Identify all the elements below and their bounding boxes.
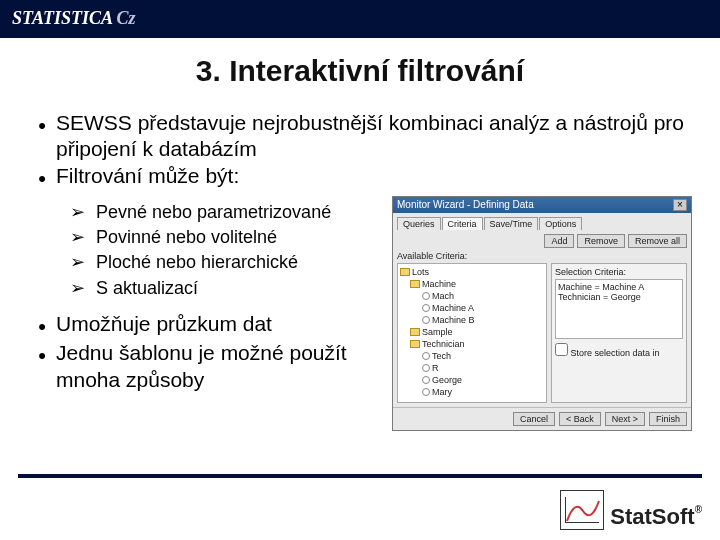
store-checkbox[interactable]: Store selection data in xyxy=(555,348,660,358)
bullet-4-text: Jednu šablonu je možné použít mnoha způs… xyxy=(56,340,388,393)
logo-reg: ® xyxy=(695,504,702,515)
logo-mark xyxy=(560,490,604,530)
sub-2: ➢Povinné nebo volitelné xyxy=(70,225,388,250)
leaf-icon xyxy=(422,388,430,396)
tree-leaf[interactable]: R xyxy=(432,362,439,374)
removeall-button[interactable]: Remove all xyxy=(628,234,687,248)
slide-body: 3. Interaktivní filtrování • SEWSS předs… xyxy=(0,54,720,431)
tab-options[interactable]: Options xyxy=(539,217,582,230)
tree-leaf[interactable]: Mach xyxy=(432,290,454,302)
tree-node[interactable]: Machine xyxy=(422,278,456,290)
selection-panel: Selection Criteria: Machine = Machine A … xyxy=(551,263,687,403)
leaf-icon xyxy=(422,292,430,300)
dialog-titlebar: Monitor Wizard - Defining Data × xyxy=(393,197,691,213)
bullet-1-text: SEWSS představuje nejrobustnější kombina… xyxy=(56,110,692,163)
available-label: Available Criteria: xyxy=(397,251,687,261)
tree-root[interactable]: Lots xyxy=(412,266,429,278)
statsoft-logo: StatSoft® xyxy=(560,490,702,530)
next-button[interactable]: Next > xyxy=(605,412,645,426)
footer-bar: StatSoft® xyxy=(18,474,702,530)
tree-leaf[interactable]: George xyxy=(432,374,462,386)
sub-2-text: Povinné nebo volitelné xyxy=(96,225,277,250)
store-checkbox-label: Store selection data in xyxy=(571,348,660,358)
remove-button[interactable]: Remove xyxy=(577,234,625,248)
criteria-item[interactable]: Machine = Machine A xyxy=(558,282,680,292)
back-button[interactable]: < Back xyxy=(559,412,601,426)
tab-savetime[interactable]: Save/Time xyxy=(484,217,539,230)
arrow-icon: ➢ xyxy=(70,276,96,301)
wizard-dialog: Monitor Wizard - Defining Data × Queries… xyxy=(392,196,692,431)
selection-label: Selection Criteria: xyxy=(555,267,683,277)
tab-queries[interactable]: Queries xyxy=(397,217,441,230)
tree-node[interactable]: Technician xyxy=(422,338,465,350)
leaf-icon xyxy=(422,316,430,324)
bullet-marker: • xyxy=(28,110,56,163)
criteria-item[interactable]: Technician = George xyxy=(558,292,680,302)
brand-suffix: Cz xyxy=(117,8,136,28)
bullet-marker: • xyxy=(28,311,56,341)
folder-icon xyxy=(410,340,420,348)
bullet-1: • SEWSS představuje nejrobustnější kombi… xyxy=(28,110,692,163)
slide-title: 3. Interaktivní filtrování xyxy=(28,54,692,88)
close-icon[interactable]: × xyxy=(673,199,687,211)
tree-leaf[interactable]: Machine B xyxy=(432,314,475,326)
tree-leaf[interactable]: Machine A xyxy=(432,302,474,314)
sub-4: ➢S aktualizací xyxy=(70,276,388,301)
bullet-3-text: Umožňuje průzkum dat xyxy=(56,311,388,341)
leaf-icon xyxy=(422,376,430,384)
sub-1-text: Pevné nebo parametrizované xyxy=(96,200,331,225)
arrow-icon: ➢ xyxy=(70,200,96,225)
tree-leaf[interactable]: Tech xyxy=(432,350,451,362)
left-column: ➢Pevné nebo parametrizované ➢Povinné neb… xyxy=(28,192,388,393)
tree-panel[interactable]: Lots Machine Mach Machine A Machine B Sa… xyxy=(397,263,547,403)
add-button[interactable]: Add xyxy=(544,234,574,248)
bullet-marker: • xyxy=(28,163,56,193)
logo-text: StatSoft® xyxy=(610,504,702,530)
sub-4-text: S aktualizací xyxy=(96,276,198,301)
dialog-title: Monitor Wizard - Defining Data xyxy=(397,199,534,211)
brand-bar: STATISTICA Cz xyxy=(0,0,720,38)
bullet-marker: • xyxy=(28,340,56,393)
leaf-icon xyxy=(422,352,430,360)
bullet-3: • Umožňuje průzkum dat xyxy=(28,311,388,341)
sub-3-text: Ploché nebo hierarchické xyxy=(96,250,298,275)
tree-leaf[interactable]: Mary xyxy=(432,386,452,398)
logo-text-main: StatSoft xyxy=(610,504,694,529)
finish-button[interactable]: Finish xyxy=(649,412,687,426)
tree-node[interactable]: Sample xyxy=(422,326,453,338)
criteria-list[interactable]: Machine = Machine A Technician = George xyxy=(555,279,683,339)
folder-icon xyxy=(410,328,420,336)
bullet-2-text: Filtrování může být: xyxy=(56,163,692,193)
arrow-icon: ➢ xyxy=(70,225,96,250)
store-checkbox-input[interactable] xyxy=(555,343,568,356)
arrow-icon: ➢ xyxy=(70,250,96,275)
folder-icon xyxy=(410,280,420,288)
cancel-button[interactable]: Cancel xyxy=(513,412,555,426)
bullet-4: • Jednu šablonu je možné použít mnoha zp… xyxy=(28,340,388,393)
sub-1: ➢Pevné nebo parametrizované xyxy=(70,200,388,225)
brand-main: STATISTICA xyxy=(12,8,112,28)
leaf-icon xyxy=(422,364,430,372)
tab-criteria[interactable]: Criteria xyxy=(442,217,483,230)
folder-icon xyxy=(400,268,410,276)
sub-3: ➢Ploché nebo hierarchické xyxy=(70,250,388,275)
bullet-2: • Filtrování může být: xyxy=(28,163,692,193)
leaf-icon xyxy=(422,304,430,312)
